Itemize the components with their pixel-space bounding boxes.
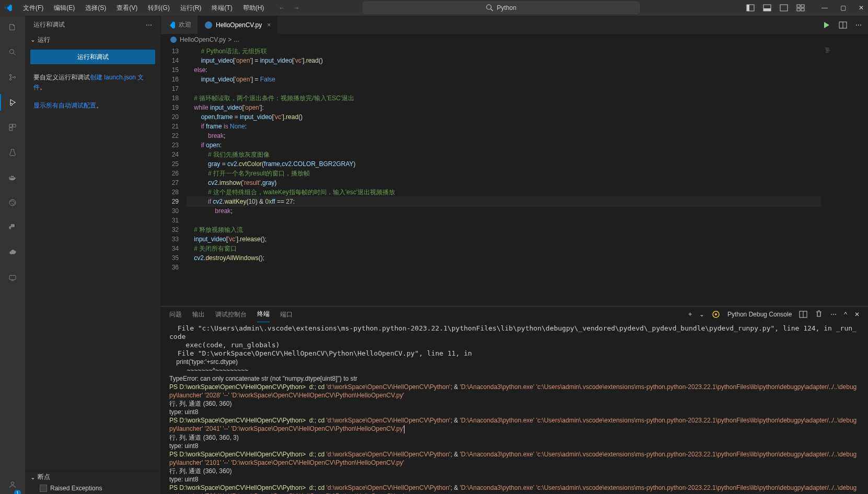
menu-go[interactable]: 转到(G): [144, 0, 173, 16]
svg-point-13: [9, 74, 11, 76]
svg-rect-6: [780, 5, 788, 11]
panel-tab-problems[interactable]: 问题: [169, 307, 182, 322]
activity-extensions[interactable]: [6, 121, 19, 134]
checkbox-icon[interactable]: [40, 485, 47, 492]
split-terminal-icon[interactable]: [799, 310, 807, 319]
panel-more-icon[interactable]: ⋯: [830, 311, 837, 318]
activity-cloud[interactable]: [6, 246, 19, 259]
section-breakpoints[interactable]: ⌄ 断点: [25, 471, 160, 483]
tab-welcome[interactable]: 欢迎: [161, 16, 198, 34]
editor-tabs: 欢迎 HelloOpenCV.py × ⋯: [161, 16, 868, 34]
svg-rect-21: [9, 275, 16, 279]
svg-point-0: [487, 5, 491, 9]
activity-python[interactable]: [6, 221, 19, 234]
title-bar: 文件(F) 编辑(E) 选择(S) 查看(V) 转到(G) 运行(R) 终端(T…: [0, 0, 868, 16]
svg-point-27: [170, 37, 177, 43]
svg-point-16: [10, 103, 12, 105]
code-editor[interactable]: 1314151617181920212223242526272829303132…: [161, 45, 868, 306]
maximize-icon[interactable]: ▢: [840, 4, 846, 11]
activity-docker[interactable]: [6, 171, 19, 184]
tab-label: HelloOpenCV.py: [216, 21, 262, 29]
activity-account[interactable]: 1: [6, 481, 19, 494]
menu-view[interactable]: 查看(V): [112, 0, 142, 16]
activity-search[interactable]: [6, 46, 19, 58]
vscode-logo-icon: [4, 4, 13, 12]
svg-rect-18: [13, 124, 16, 127]
command-center[interactable]: Python: [363, 2, 640, 14]
chevron-down-icon: ⌄: [30, 36, 36, 43]
activity-edge[interactable]: [6, 196, 19, 209]
show-auto-debug-link[interactable]: 显示所有自动调试配置: [33, 102, 96, 109]
search-text: Python: [497, 4, 516, 11]
chevron-down-icon: ⌄: [30, 474, 36, 481]
close-panel-icon[interactable]: ✕: [854, 311, 860, 318]
svg-point-11: [10, 50, 14, 54]
debug-console-label[interactable]: Python Debug Console: [727, 311, 792, 318]
editor-more-icon[interactable]: ⋯: [855, 21, 862, 29]
activity-explorer[interactable]: [6, 21, 19, 33]
section-run[interactable]: ⌄ 运行: [30, 34, 155, 45]
activity-scm[interactable]: [6, 71, 19, 84]
layout-right-icon[interactable]: [780, 4, 788, 12]
minimize-icon[interactable]: —: [821, 4, 828, 11]
run-and-debug-button[interactable]: 运行和调试: [30, 50, 155, 64]
terminal-content[interactable]: File "c:\Users\admin\.vscode\extensions\…: [161, 322, 868, 494]
activity-run-debug[interactable]: [6, 96, 19, 109]
layout-bottom-icon[interactable]: [763, 4, 771, 12]
tab-label: 欢迎: [179, 20, 191, 29]
svg-point-50: [715, 313, 717, 315]
nav-forward-icon[interactable]: →: [293, 4, 299, 11]
svg-line-1: [491, 9, 493, 11]
bottom-panel: 问题 输出 调试控制台 终端 端口 + ⌄ Python Debug Conso…: [161, 306, 868, 494]
activity-testing[interactable]: [6, 146, 19, 159]
panel-tabs: 问题 输出 调试控制台 终端 端口 + ⌄ Python Debug Conso…: [161, 307, 868, 322]
panel-tab-debug[interactable]: 调试控制台: [215, 307, 247, 322]
debug-console-icon: [712, 310, 720, 319]
close-tab-icon[interactable]: ×: [267, 21, 271, 29]
sidebar-title: 运行和调试: [33, 20, 65, 29]
menu-edit[interactable]: 编辑(E): [50, 0, 79, 16]
nav-back-icon[interactable]: ←: [279, 4, 285, 11]
svg-rect-9: [797, 8, 800, 11]
svg-rect-8: [801, 5, 804, 7]
sidebar-custom-text: 要自定义运行和调试创建 launch.json 文件。: [25, 68, 160, 97]
sidebar-header: 运行和调试 ⋯: [25, 16, 160, 34]
run-icon[interactable]: [822, 21, 830, 29]
svg-point-23: [11, 482, 14, 485]
svg-rect-17: [9, 124, 12, 127]
python-file-icon: [204, 21, 213, 29]
svg-line-12: [14, 53, 15, 55]
svg-rect-3: [747, 5, 749, 11]
menu-run[interactable]: 运行(R): [176, 0, 206, 16]
breakpoint-label: Raised Exceptions: [50, 485, 102, 492]
layout-customize-icon[interactable]: [796, 4, 805, 12]
svg-point-24: [205, 21, 212, 29]
panel-tab-terminal[interactable]: 终端: [257, 307, 270, 322]
vscode-icon: [167, 21, 176, 29]
menu-help[interactable]: 帮助(H): [239, 0, 269, 16]
maximize-panel-icon[interactable]: ^: [844, 311, 847, 318]
close-icon[interactable]: ✕: [859, 4, 864, 11]
terminal-dropdown-icon[interactable]: ⌄: [699, 311, 704, 318]
sidebar-more-icon[interactable]: ⋯: [146, 21, 152, 29]
breadcrumb[interactable]: HelloOpenCV.py > ...: [161, 34, 868, 45]
svg-rect-10: [801, 8, 804, 11]
svg-point-14: [9, 78, 11, 80]
trash-icon[interactable]: [815, 310, 823, 320]
layout-left-icon[interactable]: [746, 4, 755, 12]
tab-file[interactable]: HelloOpenCV.py ×: [198, 16, 277, 34]
section-run-label: 运行: [38, 36, 50, 44]
breakpoint-item[interactable]: Raised Exceptions: [25, 483, 160, 494]
split-editor-icon[interactable]: [839, 21, 847, 29]
panel-tab-output[interactable]: 输出: [192, 307, 205, 322]
terminal-cursor: [404, 425, 404, 433]
code-content[interactable]: # Python语法, 元组拆联 input_video['open'] = i…: [187, 45, 821, 306]
menu-terminal[interactable]: 终端(T): [207, 0, 236, 16]
menu-select[interactable]: 选择(S): [81, 0, 110, 16]
panel-tab-ports[interactable]: 端口: [280, 307, 293, 322]
new-terminal-icon[interactable]: +: [688, 311, 692, 318]
menu-file[interactable]: 文件(F): [19, 0, 48, 16]
minimap[interactable]: [821, 45, 868, 306]
activity-remote[interactable]: [6, 272, 19, 284]
line-numbers: 1314151617181920212223242526272829303132…: [161, 45, 187, 306]
